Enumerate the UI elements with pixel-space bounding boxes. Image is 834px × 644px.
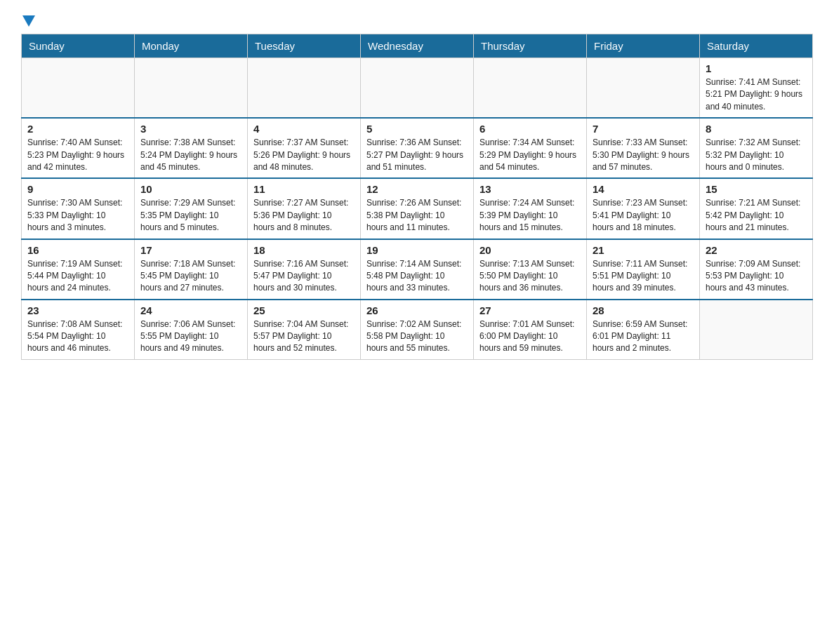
day-header-saturday: Saturday bbox=[700, 34, 813, 58]
day-number: 14 bbox=[593, 183, 694, 195]
day-info: Sunrise: 7:06 AM Sunset: 5:55 PM Dayligh… bbox=[140, 318, 241, 355]
calendar-cell bbox=[135, 58, 248, 119]
day-number: 21 bbox=[593, 244, 694, 256]
calendar-cell: 9Sunrise: 7:30 AM Sunset: 5:33 PM Daylig… bbox=[22, 178, 135, 239]
day-info: Sunrise: 7:18 AM Sunset: 5:45 PM Dayligh… bbox=[140, 258, 241, 295]
day-info: Sunrise: 7:30 AM Sunset: 5:33 PM Dayligh… bbox=[27, 197, 128, 234]
day-number: 9 bbox=[27, 183, 128, 195]
calendar-cell bbox=[474, 58, 587, 119]
day-header-monday: Monday bbox=[135, 34, 248, 58]
calendar-cell: 21Sunrise: 7:11 AM Sunset: 5:51 PM Dayli… bbox=[587, 239, 700, 300]
day-number: 6 bbox=[479, 123, 581, 135]
day-number: 12 bbox=[366, 183, 468, 195]
day-number: 2 bbox=[27, 123, 128, 135]
day-header-tuesday: Tuesday bbox=[248, 34, 361, 58]
day-info: Sunrise: 7:27 AM Sunset: 5:36 PM Dayligh… bbox=[253, 197, 355, 234]
calendar-cell: 27Sunrise: 7:01 AM Sunset: 6:00 PM Dayli… bbox=[474, 300, 587, 360]
calendar-week-row: 2Sunrise: 7:40 AM Sunset: 5:23 PM Daylig… bbox=[22, 118, 813, 178]
calendar-cell: 17Sunrise: 7:18 AM Sunset: 5:45 PM Dayli… bbox=[135, 239, 248, 300]
day-number: 8 bbox=[706, 123, 807, 135]
day-number: 1 bbox=[706, 62, 807, 74]
calendar-cell bbox=[248, 58, 361, 119]
day-info: Sunrise: 7:01 AM Sunset: 6:00 PM Dayligh… bbox=[479, 318, 581, 355]
day-info: Sunrise: 7:14 AM Sunset: 5:48 PM Dayligh… bbox=[366, 258, 468, 295]
calendar-cell: 7Sunrise: 7:33 AM Sunset: 5:30 PM Daylig… bbox=[587, 118, 700, 178]
calendar-cell: 26Sunrise: 7:02 AM Sunset: 5:58 PM Dayli… bbox=[361, 300, 474, 360]
calendar-cell: 23Sunrise: 7:08 AM Sunset: 5:54 PM Dayli… bbox=[22, 300, 135, 360]
day-info: Sunrise: 7:04 AM Sunset: 5:57 PM Dayligh… bbox=[253, 318, 355, 355]
day-info: Sunrise: 7:02 AM Sunset: 5:58 PM Dayligh… bbox=[366, 318, 468, 355]
day-number: 13 bbox=[479, 183, 581, 195]
calendar-cell: 8Sunrise: 7:32 AM Sunset: 5:32 PM Daylig… bbox=[700, 118, 813, 178]
day-number: 23 bbox=[27, 304, 128, 316]
calendar-cell: 10Sunrise: 7:29 AM Sunset: 5:35 PM Dayli… bbox=[135, 178, 248, 239]
calendar-week-row: 16Sunrise: 7:19 AM Sunset: 5:44 PM Dayli… bbox=[22, 239, 813, 300]
calendar-cell bbox=[587, 58, 700, 119]
day-info: Sunrise: 7:16 AM Sunset: 5:47 PM Dayligh… bbox=[253, 258, 355, 295]
day-info: Sunrise: 7:26 AM Sunset: 5:38 PM Dayligh… bbox=[366, 197, 468, 234]
calendar-cell: 20Sunrise: 7:13 AM Sunset: 5:50 PM Dayli… bbox=[474, 239, 587, 300]
day-info: Sunrise: 7:23 AM Sunset: 5:41 PM Dayligh… bbox=[593, 197, 694, 234]
calendar-cell: 14Sunrise: 7:23 AM Sunset: 5:41 PM Dayli… bbox=[587, 178, 700, 239]
day-number: 19 bbox=[366, 244, 468, 256]
day-info: Sunrise: 7:09 AM Sunset: 5:53 PM Dayligh… bbox=[706, 258, 807, 295]
calendar-cell: 13Sunrise: 7:24 AM Sunset: 5:39 PM Dayli… bbox=[474, 178, 587, 239]
day-number: 26 bbox=[366, 304, 468, 316]
page-header bbox=[21, 14, 813, 27]
calendar-cell: 22Sunrise: 7:09 AM Sunset: 5:53 PM Dayli… bbox=[700, 239, 813, 300]
day-number: 15 bbox=[706, 183, 807, 195]
day-info: Sunrise: 6:59 AM Sunset: 6:01 PM Dayligh… bbox=[593, 318, 694, 355]
calendar-cell bbox=[22, 58, 135, 119]
day-number: 25 bbox=[253, 304, 355, 316]
day-info: Sunrise: 7:13 AM Sunset: 5:50 PM Dayligh… bbox=[479, 258, 581, 295]
calendar-table: SundayMondayTuesdayWednesdayThursdayFrid… bbox=[21, 34, 813, 360]
day-number: 27 bbox=[479, 304, 581, 316]
day-number: 20 bbox=[479, 244, 581, 256]
calendar-cell: 6Sunrise: 7:34 AM Sunset: 5:29 PM Daylig… bbox=[474, 118, 587, 178]
logo-text bbox=[21, 14, 35, 27]
day-info: Sunrise: 7:08 AM Sunset: 5:54 PM Dayligh… bbox=[27, 318, 128, 355]
day-info: Sunrise: 7:29 AM Sunset: 5:35 PM Dayligh… bbox=[140, 197, 241, 234]
day-info: Sunrise: 7:34 AM Sunset: 5:29 PM Dayligh… bbox=[479, 137, 581, 173]
calendar-cell: 18Sunrise: 7:16 AM Sunset: 5:47 PM Dayli… bbox=[248, 239, 361, 300]
day-number: 17 bbox=[140, 244, 241, 256]
day-header-sunday: Sunday bbox=[22, 34, 135, 58]
day-number: 18 bbox=[253, 244, 355, 256]
calendar-cell: 2Sunrise: 7:40 AM Sunset: 5:23 PM Daylig… bbox=[22, 118, 135, 178]
calendar-cell: 11Sunrise: 7:27 AM Sunset: 5:36 PM Dayli… bbox=[248, 178, 361, 239]
day-number: 4 bbox=[253, 123, 355, 135]
calendar-week-row: 9Sunrise: 7:30 AM Sunset: 5:33 PM Daylig… bbox=[22, 178, 813, 239]
calendar-week-row: 23Sunrise: 7:08 AM Sunset: 5:54 PM Dayli… bbox=[22, 300, 813, 360]
calendar-cell: 5Sunrise: 7:36 AM Sunset: 5:27 PM Daylig… bbox=[361, 118, 474, 178]
day-number: 28 bbox=[593, 304, 694, 316]
calendar-header-row: SundayMondayTuesdayWednesdayThursdayFrid… bbox=[22, 34, 813, 58]
calendar-cell bbox=[700, 300, 813, 360]
day-number: 3 bbox=[140, 123, 241, 135]
day-number: 16 bbox=[27, 244, 128, 256]
logo-triangle-icon bbox=[22, 15, 35, 27]
day-info: Sunrise: 7:19 AM Sunset: 5:44 PM Dayligh… bbox=[27, 258, 128, 295]
day-header-wednesday: Wednesday bbox=[361, 34, 474, 58]
calendar-week-row: 1Sunrise: 7:41 AM Sunset: 5:21 PM Daylig… bbox=[22, 58, 813, 119]
calendar-cell: 1Sunrise: 7:41 AM Sunset: 5:21 PM Daylig… bbox=[700, 58, 813, 119]
day-info: Sunrise: 7:32 AM Sunset: 5:32 PM Dayligh… bbox=[706, 137, 807, 173]
calendar-cell: 12Sunrise: 7:26 AM Sunset: 5:38 PM Dayli… bbox=[361, 178, 474, 239]
calendar-cell: 25Sunrise: 7:04 AM Sunset: 5:57 PM Dayli… bbox=[248, 300, 361, 360]
calendar-cell: 4Sunrise: 7:37 AM Sunset: 5:26 PM Daylig… bbox=[248, 118, 361, 178]
day-number: 10 bbox=[140, 183, 241, 195]
calendar-cell: 15Sunrise: 7:21 AM Sunset: 5:42 PM Dayli… bbox=[700, 178, 813, 239]
day-info: Sunrise: 7:21 AM Sunset: 5:42 PM Dayligh… bbox=[706, 197, 807, 234]
day-info: Sunrise: 7:37 AM Sunset: 5:26 PM Dayligh… bbox=[253, 137, 355, 173]
calendar-cell: 3Sunrise: 7:38 AM Sunset: 5:24 PM Daylig… bbox=[135, 118, 248, 178]
calendar-cell: 28Sunrise: 6:59 AM Sunset: 6:01 PM Dayli… bbox=[587, 300, 700, 360]
day-header-friday: Friday bbox=[587, 34, 700, 58]
calendar-cell: 16Sunrise: 7:19 AM Sunset: 5:44 PM Dayli… bbox=[22, 239, 135, 300]
calendar-cell: 24Sunrise: 7:06 AM Sunset: 5:55 PM Dayli… bbox=[135, 300, 248, 360]
day-info: Sunrise: 7:38 AM Sunset: 5:24 PM Dayligh… bbox=[140, 137, 241, 173]
day-info: Sunrise: 7:41 AM Sunset: 5:21 PM Dayligh… bbox=[706, 76, 807, 113]
day-info: Sunrise: 7:36 AM Sunset: 5:27 PM Dayligh… bbox=[366, 137, 468, 173]
day-info: Sunrise: 7:40 AM Sunset: 5:23 PM Dayligh… bbox=[27, 137, 128, 173]
calendar-cell: 19Sunrise: 7:14 AM Sunset: 5:48 PM Dayli… bbox=[361, 239, 474, 300]
day-header-thursday: Thursday bbox=[474, 34, 587, 58]
day-info: Sunrise: 7:11 AM Sunset: 5:51 PM Dayligh… bbox=[593, 258, 694, 295]
